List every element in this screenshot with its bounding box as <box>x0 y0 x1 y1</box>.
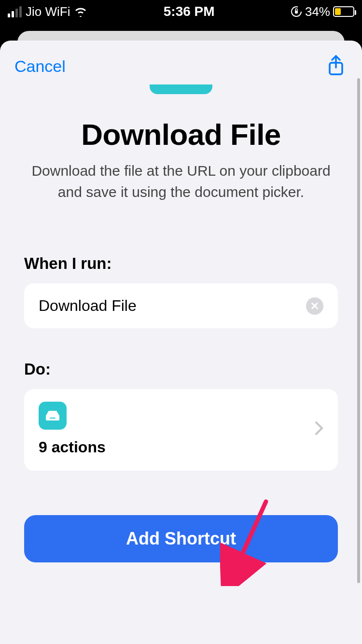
page-subtitle: Download the file at the URL on your cli… <box>0 152 362 202</box>
modal-sheet: Cancel Download File Download the file a… <box>0 41 362 644</box>
do-section-label: Do: <box>0 360 362 378</box>
cancel-button[interactable]: Cancel <box>14 57 66 76</box>
scroll-indicator <box>357 78 360 583</box>
clock: 5:36 PM <box>164 4 215 19</box>
svg-rect-3 <box>50 418 56 419</box>
cellular-signal-icon <box>8 6 22 17</box>
when-i-run-card[interactable]: Download File <box>24 283 338 328</box>
add-shortcut-button[interactable]: Add Shortcut <box>24 515 338 562</box>
carrier-label: Jio WiFi <box>26 4 70 19</box>
when-section-label: When I run: <box>0 254 362 273</box>
clear-button[interactable] <box>306 297 323 315</box>
chevron-right-icon <box>315 421 323 437</box>
battery-icon <box>333 6 354 17</box>
page-title: Download File <box>0 117 362 152</box>
orientation-lock-icon <box>291 6 302 17</box>
actions-count-label: 9 actions <box>39 438 106 456</box>
storage-icon <box>39 402 67 430</box>
share-button[interactable] <box>324 52 348 81</box>
status-bar: Jio WiFi 5:36 PM 34% <box>0 0 362 23</box>
share-icon <box>326 71 346 79</box>
battery-percent: 34% <box>305 4 330 19</box>
do-actions-card[interactable]: 9 actions <box>24 389 338 471</box>
shortcut-name-value: Download File <box>39 297 137 315</box>
sheet-nav: Cancel <box>0 41 362 81</box>
wifi-icon <box>74 6 87 17</box>
svg-rect-1 <box>295 11 298 14</box>
shortcut-icon-preview <box>150 84 212 94</box>
